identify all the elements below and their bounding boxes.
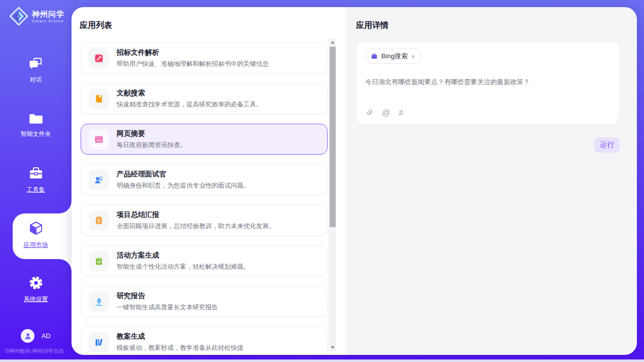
sidebar-item-label: 系统设置 [24,296,48,303]
sidebar-item-settings[interactable]: 系统设置 [0,275,71,304]
logo-diamond-icon [9,7,28,26]
tool-tag-label: Bing搜索 [381,52,408,61]
clipboard-check-icon [94,256,104,266]
app-card-desc: 一键智能生成高质量长文本研究报告 [117,303,218,312]
paperclip-icon[interactable] [365,108,373,118]
query-input-text[interactable]: 今日湖北有哪些新闻要点？有哪些需要关注的最新政策？ [365,77,609,87]
logo-title: 神州问学 [32,10,64,19]
user-name: AD [41,332,50,340]
app-card-lesson-plan[interactable]: 教案生成 模板驱动，教案秒成，教学准备从此轻松快捷 [81,327,328,355]
browser-icon [94,134,104,144]
app-card-title: 招标文件解析 [117,48,269,57]
run-button[interactable]: 运行 [594,137,620,153]
app-detail-panel: 应用详情 Bing搜索 × 今日湖北有哪些新闻要点？有哪些需要关注的最新政策？ [346,7,637,355]
app-card-project-summary[interactable]: 项目总结汇报 全面回顾项目进展，总结经验教训，助力未来优化发展。 [81,205,328,236]
app-card-title: 文献搜索 [117,89,263,98]
sidebar-item-label: 应用市场 [24,241,48,248]
app-card-web-summary[interactable]: 网页摘要 每日政府新闻资讯快查。 [81,124,328,155]
sidebar-item-toolset[interactable]: 工具集 [0,166,71,194]
app-window: 神州问学 Smart Vision 对话 智能文件夹 [0,0,644,362]
folder-icon [28,112,44,125]
app-card-desc: 帮助用户快速、准确地理解和解析招标书中的关键信息 [117,60,269,68]
notepad-icon [94,215,104,226]
app-detail-title: 应用详情 [356,20,388,31]
app-card-title: 项目总结汇报 [117,210,275,220]
book-icon [94,94,104,104]
app-card-desc: 每日政府新闻资讯快查。 [117,141,187,150]
active-pill-bottom-curve [59,259,71,271]
briefcase-icon [371,53,378,60]
chat-icon [28,57,44,71]
scrollbar-down-arrow[interactable] [329,344,336,351]
sidebar-item-smart-folder[interactable]: 智能文件夹 [0,112,71,138]
edit-square-icon [94,53,104,63]
prompt-composer[interactable]: Bing搜索 × 今日湖北有哪些新闻要点？有哪些需要关注的最新政策？ @ # [356,42,620,125]
app-card-bid-parsing[interactable]: 招标文件解析 帮助用户快速、准确地理解和解析招标书中的关键信息 [81,43,328,74]
active-pill-top-curve [59,201,71,213]
list-scrollbar[interactable] [329,39,336,351]
logo-subtitle: Smart Vision [32,19,64,23]
app-card-desc: 智能生成个性化活动方案，轻松解决规划难题。 [117,263,250,271]
composer-toolbar: @ # [365,108,403,118]
tool-tag-bing-search[interactable]: Bing搜索 × [365,49,421,64]
app-card-title: 研究报告 [117,292,218,301]
app-list-panel: 应用列表 招标文件解析 帮助用户快速、准确地理解和解析招标书中的关键信息 [71,7,346,355]
avatar [21,329,34,343]
app-card-pm-interviewer[interactable]: 产品经理面试官 明确身份和职责，为您提供专业性的面试问题。 [81,164,328,195]
app-card-desc: 快速精准查找学术资源，提高研究效率的必备工具。 [117,100,263,109]
app-card-list: 招标文件解析 帮助用户快速、准确地理解和解析招标书中的关键信息 文献搜索 快速精… [81,43,328,355]
interviewer-icon [94,175,104,185]
sidebar-item-label: 对话 [30,76,42,83]
user-account[interactable]: AD [0,329,71,343]
app-card-title: 教案生成 [117,332,243,341]
scrollbar-up-arrow[interactable] [329,39,336,46]
app-list-title: 应用列表 [80,20,112,31]
hashtag-icon[interactable]: # [399,109,403,117]
app-card-desc: 明确身份和职责，为您提供专业性的面试问题。 [117,182,250,190]
sidebar-item-label: 智能文件夹 [21,130,51,137]
sidebar-item-chat[interactable]: 对话 [0,57,71,84]
sidebar: 神州问学 Smart Vision 对话 智能文件夹 [0,0,71,362]
app-card-desc: 全面回顾项目进展，总结经验教训，助力未来优化发展。 [117,222,275,231]
gear-icon [28,275,44,291]
toolbox-icon [28,166,44,181]
ink-pen-icon [94,297,104,307]
sidebar-item-app-market[interactable]: 应用市场 [0,220,71,249]
books-icon [94,337,104,347]
main-content: 应用列表 招标文件解析 帮助用户快速、准确地理解和解析招标书中的关键信息 [71,7,637,355]
cube-icon [28,220,44,236]
mention-icon[interactable]: @ [382,109,390,117]
copyright-text: ©神州数码·神州问学出品 [5,348,71,355]
app-card-title: 产品经理面试官 [117,170,250,179]
app-card-desc: 模板驱动，教案秒成，教学准备从此轻松快捷 [117,344,243,352]
app-card-research-report[interactable]: 研究报告 一键智能生成高质量长文本研究报告 [81,286,328,317]
app-card-title: 活动方案生成 [117,251,250,260]
sidebar-item-label: 工具集 [27,186,45,193]
logo: 神州问学 Smart Vision [9,7,64,26]
scrollbar-thumb[interactable] [330,47,336,227]
tool-tag-close-icon[interactable]: × [411,53,415,60]
app-card-title: 网页摘要 [117,129,187,138]
app-card-literature-search[interactable]: 文献搜索 快速精准查找学术资源，提高研究效率的必备工具。 [81,83,328,114]
bottom-edge-strip [0,359,644,362]
app-card-event-plan[interactable]: 活动方案生成 智能生成个性化活动方案，轻松解决规划难题。 [81,245,328,276]
person-icon [24,332,32,340]
